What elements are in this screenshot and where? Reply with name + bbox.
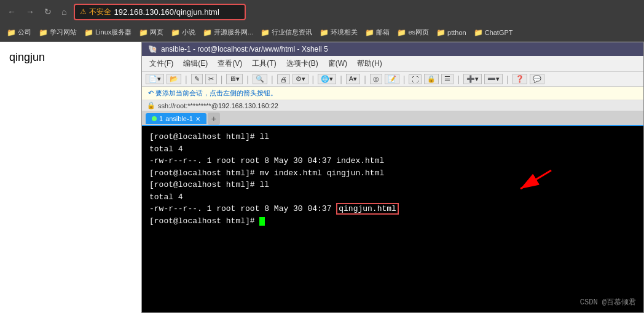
- bookmark-folder-icon: 📁: [39, 28, 48, 37]
- terminal-line-4: [root@localhost html]# mv index.html qin…: [149, 167, 636, 180]
- bookmark-label: 行业信息资讯: [272, 28, 312, 37]
- toolbar-help[interactable]: ❓: [512, 74, 527, 84]
- xshell-info-text: 要添加当前会话，点击左侧的箭头按钮。: [155, 89, 277, 97]
- browser-chrome: ← → ↻ ⌂ ⚠ 不安全 192.168.130.160/qingjun.ht…: [0, 0, 644, 42]
- nav-bar: ← → ↻ ⌂ ⚠ 不安全 192.168.130.160/qingjun.ht…: [0, 0, 644, 23]
- bookmark-folder-icon: 📁: [436, 28, 446, 37]
- toolbar-menu-extra[interactable]: ☰: [441, 74, 454, 84]
- toolbar-new[interactable]: 📄▾: [146, 74, 164, 84]
- menu-help[interactable]: 帮助(H): [352, 57, 387, 70]
- toolbar-cut[interactable]: ✂: [205, 74, 217, 84]
- tab-add-button[interactable]: +: [208, 113, 220, 125]
- toolbar-plus[interactable]: ➕▾: [463, 74, 482, 84]
- menu-view[interactable]: 查看(V): [213, 57, 247, 70]
- menu-window[interactable]: 窗(W): [323, 57, 352, 70]
- toolbar-connect[interactable]: ◎: [370, 74, 382, 84]
- terminal-line-2: total 4: [149, 143, 636, 156]
- bookmark-label: 环境相关: [331, 28, 358, 37]
- terminal-cursor: [259, 217, 265, 226]
- refresh-button[interactable]: ↻: [42, 6, 54, 18]
- xshell-info-bar: ↶ 要添加当前会话，点击左侧的箭头按钮。: [142, 87, 643, 100]
- bookmark-python[interactable]: 📁 ptthon: [434, 28, 468, 38]
- toolbar-print[interactable]: 🖨: [277, 74, 290, 84]
- xshell-window: 🐚 ansible-1 - root@localhost:/var/www/ht…: [141, 42, 644, 313]
- menu-tab[interactable]: 选项卡(B): [281, 57, 323, 70]
- terminal-line-7: -rw-r--r--. 1 root root 8 May 30 04:37 q…: [149, 203, 636, 215]
- xshell-info-icon: ↶: [148, 89, 154, 97]
- toolbar-font[interactable]: A▾: [346, 74, 360, 84]
- toolbar-chat[interactable]: 💬: [530, 74, 544, 84]
- svg-line-1: [520, 170, 551, 189]
- xshell-tabs: 1 ansible-1 ✕ +: [142, 111, 643, 126]
- bookmark-label: es网页: [408, 28, 429, 37]
- bookmark-folder-icon: 📁: [365, 28, 374, 37]
- xshell-session-bar: 🔒 ssh://root:*********@192.168.130.160:2…: [142, 100, 643, 111]
- arrow-annotation: [508, 164, 557, 197]
- highlighted-filename: qingjun.html: [336, 203, 399, 215]
- session-info-text: ssh://root:*********@192.168.130.160:22: [158, 102, 278, 109]
- bookmark-study[interactable]: 📁 学习网站: [37, 27, 79, 38]
- tab-close-button[interactable]: ✕: [195, 116, 200, 122]
- toolbar-sep-4: |: [271, 74, 273, 84]
- bookmark-folder-icon: 📁: [203, 28, 212, 37]
- terminal-line-6: total 4: [149, 191, 636, 204]
- toolbar-monitor[interactable]: 🖥▾: [226, 74, 243, 84]
- toolbar-fullscreen[interactable]: ⛶: [409, 74, 422, 84]
- bookmark-label: 小说: [182, 28, 195, 37]
- page-sidebar: qingjun: [0, 42, 141, 313]
- bookmark-industry[interactable]: 📁 行业信息资讯: [259, 27, 314, 38]
- xshell-titlebar: 🐚 ansible-1 - root@localhost:/var/www/ht…: [142, 42, 643, 56]
- bookmark-mail[interactable]: 📁 邮箱: [363, 27, 391, 38]
- toolbar-settings[interactable]: ⚙▾: [293, 74, 308, 84]
- tab-name: ansible-1: [165, 115, 193, 122]
- bookmark-label: 邮箱: [376, 28, 390, 37]
- toolbar-search[interactable]: 🔍: [253, 74, 267, 84]
- bookmark-company[interactable]: 📁 公司: [5, 27, 33, 38]
- bookmark-es[interactable]: 📁 es网页: [395, 27, 431, 38]
- toolbar-compose[interactable]: 📝: [385, 74, 399, 84]
- toolbar-minus[interactable]: ➖▾: [484, 74, 503, 84]
- xshell-toolbar: 📄▾ 📂 | ✎ ✂ | 🖥▾ | 🔍 | 🖨 ⚙▾ | 🌐▾ | A▾ | ◎…: [142, 72, 643, 87]
- xshell-menu-bar: 文件(F) 编辑(E) 查看(V) 工具(T) 选项卡(B) 窗(W) 帮助(H…: [142, 56, 643, 72]
- bookmark-opensource[interactable]: 📁 开源服务网...: [201, 27, 255, 38]
- toolbar-sep-1: |: [185, 74, 187, 84]
- toolbar-sep-10: |: [506, 74, 509, 84]
- address-bar[interactable]: ⚠ 不安全 192.168.130.160/qingjun.html: [74, 4, 246, 20]
- back-button[interactable]: ←: [5, 6, 18, 18]
- bookmark-webpage[interactable]: 📁 网页: [137, 27, 165, 38]
- toolbar-lock[interactable]: 🔒: [424, 74, 439, 84]
- toolbar-sep-8: |: [403, 74, 406, 84]
- insecure-label: 不安全: [89, 7, 111, 17]
- toolbar-open[interactable]: 📂: [167, 74, 181, 84]
- terminal-line-8: [root@localhost html]#: [149, 215, 636, 228]
- bookmark-env[interactable]: 📁 环境相关: [318, 27, 359, 38]
- xshell-tab-ansible[interactable]: 1 ansible-1 ✕: [146, 113, 206, 124]
- xshell-title: ansible-1 - root@localhost:/var/www/html…: [161, 45, 328, 53]
- lock-icon: 🔒: [147, 101, 155, 109]
- toolbar-pencil[interactable]: ✎: [191, 74, 203, 84]
- bookmark-folder-icon: 📁: [261, 28, 270, 37]
- bookmark-linux[interactable]: 📁 Linux服务器: [82, 27, 133, 38]
- tab-number: 1: [159, 115, 163, 122]
- toolbar-sep-2: |: [221, 74, 223, 84]
- xshell-terminal[interactable]: [root@localhost html]# ll total 4 -rw-r-…: [142, 126, 643, 312]
- bookmark-label: 公司: [18, 28, 31, 37]
- bookmark-folder-icon: 📁: [320, 28, 329, 37]
- terminal-line-3: -rw-r--r--. 1 root root 8 May 30 04:37 i…: [149, 155, 636, 167]
- toolbar-globe[interactable]: 🌐▾: [318, 74, 336, 84]
- home-button[interactable]: ⌂: [59, 6, 69, 18]
- forward-button[interactable]: →: [23, 6, 37, 18]
- bookmark-label: 开源服务网...: [214, 28, 253, 37]
- bookmark-chatgpt[interactable]: 📁 ChatGPT: [472, 28, 515, 38]
- toolbar-sep-6: |: [340, 74, 342, 84]
- menu-tools[interactable]: 工具(T): [247, 57, 281, 70]
- menu-file[interactable]: 文件(F): [144, 57, 178, 70]
- terminal-line-1: [root@localhost html]# ll: [149, 131, 636, 143]
- toolbar-sep-3: |: [246, 74, 249, 84]
- bookmarks-bar: 📁 公司 📁 学习网站 📁 Linux服务器 📁 网页 📁 小说 📁 开源服务网…: [0, 23, 644, 42]
- bookmark-novel[interactable]: 📁 小说: [169, 27, 197, 38]
- bookmark-label: ChatGPT: [485, 29, 513, 36]
- toolbar-sep-5: |: [312, 74, 315, 84]
- watermark-text: CSDN @百慕倾君: [580, 297, 636, 307]
- menu-edit[interactable]: 编辑(E): [178, 57, 213, 70]
